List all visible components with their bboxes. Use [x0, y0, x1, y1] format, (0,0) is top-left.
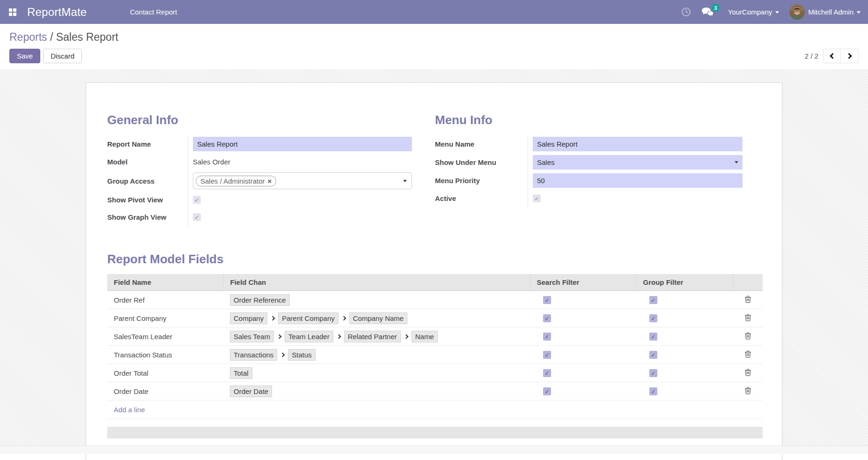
delete-row-button[interactable]: [743, 331, 752, 342]
table-footer-band: [107, 427, 763, 438]
pager-value: 2 / 2: [805, 52, 818, 60]
field-chain-chip: Order Reference: [230, 294, 290, 306]
field-chain-chip: Company Name: [349, 312, 407, 324]
delete-row-button[interactable]: [743, 312, 752, 324]
field-chain-cell[interactable]: Sales TeamTeam LeaderRelated PartnerName: [223, 327, 530, 346]
field-chain-cell[interactable]: Order Reference: [223, 291, 530, 309]
active-checkbox[interactable]: [533, 194, 541, 202]
app-brand[interactable]: ReportMate: [27, 6, 87, 19]
show-under-menu-select[interactable]: Sales: [533, 155, 743, 170]
search-filter-checkbox[interactable]: [543, 314, 551, 322]
trash-icon: [744, 332, 751, 340]
column-header-field-name: Field Name: [107, 274, 223, 291]
add-a-line-link[interactable]: Add a line: [107, 401, 763, 419]
general-info-title: General Info: [107, 113, 412, 127]
chevron-right-icon: [271, 316, 275, 320]
field-chain-chip: Total: [230, 367, 252, 379]
trash-icon: [744, 386, 751, 394]
field-chain-cell[interactable]: Total: [223, 364, 530, 382]
field-name-cell[interactable]: Order Ref: [107, 291, 223, 309]
field-chain-chip: Related Partner: [344, 331, 401, 342]
group-filter-checkbox[interactable]: [649, 369, 657, 377]
group-access-tag: Sales / Administrator ×: [196, 176, 276, 186]
field-chain-chip: Name: [412, 331, 438, 342]
search-filter-cell: [530, 346, 636, 364]
discard-button[interactable]: Discard: [43, 49, 82, 63]
report-name-input[interactable]: [193, 137, 412, 151]
apps-menu-icon[interactable]: [6, 5, 20, 19]
menu-name-input[interactable]: [533, 137, 743, 151]
table-row[interactable]: Transaction Status TransactionsStatus: [107, 346, 763, 364]
field-name-cell[interactable]: Transaction Status: [107, 346, 223, 364]
breadcrumb-reports-link[interactable]: Reports: [9, 31, 47, 43]
active-label: Active: [435, 194, 528, 202]
delete-row-button[interactable]: [743, 294, 752, 305]
group-filter-checkbox[interactable]: [649, 333, 657, 341]
save-button[interactable]: Save: [9, 49, 40, 63]
field-name-cell[interactable]: Parent Company: [107, 309, 223, 327]
table-row[interactable]: SalesTeam Leader Sales TeamTeam LeaderRe…: [107, 327, 763, 346]
group-filter-checkbox[interactable]: [649, 387, 657, 395]
company-name: YourCompany: [728, 8, 772, 16]
activities-clock-icon[interactable]: [681, 7, 691, 17]
messages-icon[interactable]: 3: [701, 7, 714, 17]
row-actions-cell: [733, 346, 763, 364]
field-chain-chip: Order Date: [230, 386, 272, 397]
company-switcher[interactable]: YourCompany: [728, 8, 780, 16]
search-filter-checkbox[interactable]: [543, 387, 551, 395]
field-name-cell[interactable]: SalesTeam Leader: [107, 327, 223, 346]
table-row[interactable]: Parent Company CompanyParent CompanyComp…: [107, 309, 763, 327]
field-name-cell[interactable]: Order Date: [107, 382, 223, 401]
message-count-badge: 3: [712, 4, 720, 12]
field-chain-cell[interactable]: Order Date: [223, 382, 530, 401]
column-header-group-filter: Group Filter: [636, 274, 733, 291]
show-graph-view-label: Show Graph View: [107, 213, 188, 221]
chevron-left-icon: [830, 53, 836, 59]
field-chain-chip: Parent Company: [278, 312, 338, 324]
report-model-fields-section: Report Model Fields Field Name Field Cha…: [107, 252, 762, 438]
chevron-down-icon: [775, 11, 779, 14]
show-graph-view-checkbox[interactable]: [193, 213, 201, 221]
table-row[interactable]: Order Ref Order Reference: [107, 291, 763, 309]
fields-table-body: Order Ref Order Reference Parent Company…: [107, 291, 763, 419]
field-chain-cell[interactable]: CompanyParent CompanyCompany Name: [223, 309, 530, 327]
trash-icon: [744, 313, 751, 321]
delete-row-button[interactable]: [743, 367, 752, 378]
delete-row-button[interactable]: [743, 386, 752, 397]
page-footer: [0, 445, 868, 454]
dropdown-caret-icon: [403, 180, 407, 182]
general-info-group: General Info Report Name Model Sales Ord…: [107, 113, 412, 226]
group-filter-cell: [636, 327, 733, 346]
field-chain-chip: Transactions: [230, 349, 277, 361]
group-filter-cell: [636, 382, 733, 401]
delete-row-button[interactable]: [743, 349, 752, 360]
breadcrumb-separator: /: [47, 31, 56, 43]
breadcrumb: Reports / Sales Report: [9, 30, 859, 45]
search-filter-checkbox[interactable]: [543, 333, 551, 341]
field-name-cell[interactable]: Order Total: [107, 364, 223, 382]
menu-contact-report[interactable]: Contact Report: [130, 8, 177, 16]
group-access-input[interactable]: Sales / Administrator ×: [193, 172, 412, 189]
row-actions-cell: [733, 309, 763, 327]
row-actions-cell: [733, 291, 763, 309]
group-filter-checkbox[interactable]: [649, 296, 657, 304]
pager-next-button[interactable]: [841, 49, 859, 63]
menu-priority-input[interactable]: [533, 173, 743, 188]
user-menu[interactable]: Mitchell Admin: [789, 4, 861, 20]
trash-icon: [744, 368, 751, 376]
search-filter-cell: [530, 382, 636, 401]
show-pivot-view-checkbox[interactable]: [193, 196, 201, 204]
fields-table: Field Name Field Chan Search Filter Grou…: [107, 274, 763, 419]
table-row[interactable]: Order Total Total: [107, 364, 763, 382]
search-filter-checkbox[interactable]: [543, 351, 551, 359]
chevron-right-icon: [341, 316, 346, 320]
group-filter-checkbox[interactable]: [649, 314, 657, 322]
pager-previous-button[interactable]: [823, 49, 841, 63]
field-chain-cell[interactable]: TransactionsStatus: [223, 346, 530, 364]
table-row[interactable]: Order Date Order Date: [107, 382, 763, 401]
search-filter-checkbox[interactable]: [543, 296, 551, 304]
group-filter-checkbox[interactable]: [649, 351, 657, 359]
remove-tag-icon[interactable]: ×: [268, 178, 272, 185]
search-filter-checkbox[interactable]: [543, 369, 551, 377]
menu-info-title: Menu Info: [435, 113, 740, 127]
